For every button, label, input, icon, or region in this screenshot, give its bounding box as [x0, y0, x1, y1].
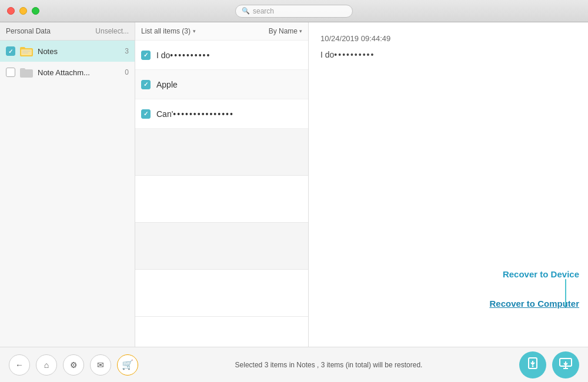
list-item-2-text: Apple — [156, 80, 302, 89]
search-container: 🔍 search — [235, 5, 353, 18]
recover-computer-line-2 — [565, 279, 566, 297]
maximize-button[interactable] — [32, 7, 39, 15]
notes-label: Notes — [38, 47, 120, 56]
cart-icon: 🛒 — [122, 359, 133, 370]
personal-data-label: Personal Data — [6, 27, 51, 35]
sort-button[interactable]: By Name ▾ — [269, 27, 302, 35]
recover-computer-icon — [559, 356, 573, 373]
notes-checkbox[interactable] — [6, 46, 15, 56]
notes-folder-icon — [20, 45, 33, 57]
list-all-button[interactable]: List all items (3) ▾ — [141, 27, 196, 35]
list-item-1[interactable]: I do•••••••••• — [135, 41, 308, 70]
cart-button[interactable]: 🛒 — [117, 354, 138, 376]
list-panel: List all items (3) ▾ By Name ▾ I do•••••… — [135, 22, 309, 347]
unselect-button[interactable]: Unselect... — [95, 27, 129, 35]
settings-icon: ⚙ — [70, 360, 78, 370]
home-button[interactable]: ⌂ — [36, 354, 57, 376]
detail-timestamp: 10/24/2019 09:44:49 — [320, 34, 576, 43]
empty-row-1 — [135, 129, 308, 176]
list-item-3[interactable]: Can'••••••••••••••• — [135, 99, 308, 129]
recover-computer-section: Recover to Computer — [489, 279, 579, 309]
list-all-caret: ▾ — [193, 28, 196, 34]
empty-row-3 — [135, 223, 308, 270]
list-item-2-checkbox[interactable] — [141, 80, 151, 89]
sidebar-item-notes[interactable]: Notes 3 — [0, 41, 135, 62]
list-item-2[interactable]: Apple — [135, 70, 308, 99]
note-attachments-count: 0 — [125, 68, 129, 76]
recover-to-device-button[interactable] — [519, 351, 546, 378]
back-icon: ← — [15, 360, 24, 370]
list-all-label: List all items (3) — [141, 27, 191, 35]
empty-row-4 — [135, 270, 308, 317]
status-text: Selected 3 items in Notes , 3 items (in … — [144, 361, 513, 369]
list-toolbar: List all items (3) ▾ By Name ▾ — [135, 22, 308, 41]
sidebar-item-note-attachments[interactable]: Note Attachm... 0 — [0, 62, 135, 83]
recover-computer-label[interactable]: Recover to Computer — [489, 299, 579, 309]
titlebar: 🔍 search — [0, 0, 588, 22]
list-item-3-checkbox[interactable] — [141, 109, 151, 119]
recover-to-computer-button[interactable] — [552, 351, 579, 378]
note-attachments-label: Note Attachm... — [38, 68, 120, 77]
svg-rect-6 — [20, 68, 25, 71]
detail-panel: 10/24/2019 09:44:49 I do•••••••••• Recov… — [309, 22, 588, 347]
recover-device-icon — [526, 356, 540, 373]
mail-button[interactable]: ✉ — [90, 354, 111, 376]
sidebar-header: Personal Data Unselect... — [0, 22, 135, 41]
close-button[interactable] — [7, 7, 15, 15]
traffic-lights — [7, 7, 39, 15]
sort-label: By Name — [269, 27, 298, 35]
detail-content: I do•••••••••• — [320, 50, 576, 59]
empty-row-2 — [135, 176, 308, 223]
minimize-button[interactable] — [19, 7, 27, 15]
back-button[interactable]: ← — [9, 354, 30, 376]
sort-caret: ▾ — [299, 28, 302, 34]
search-bar[interactable]: 🔍 search — [235, 5, 353, 18]
list-item-1-checkbox[interactable] — [141, 51, 151, 60]
settings-button[interactable]: ⚙ — [63, 354, 84, 376]
notes-count: 3 — [125, 47, 129, 55]
main-content: Personal Data Unselect... Notes 3 Note — [0, 22, 588, 347]
action-buttons — [519, 351, 579, 378]
list-item-3-text: Can'••••••••••••••• — [156, 109, 302, 119]
bottom-bar: ← ⌂ ⚙ ✉ 🛒 Selected 3 items in Notes , 3 … — [0, 347, 588, 382]
search-icon: 🔍 — [242, 7, 250, 15]
sidebar: Personal Data Unselect... Notes 3 Note — [0, 22, 135, 347]
home-icon: ⌂ — [44, 360, 49, 370]
note-attachments-folder-icon — [20, 66, 33, 78]
mail-icon: ✉ — [97, 360, 104, 370]
note-attachments-checkbox[interactable] — [6, 68, 15, 77]
recover-device-label[interactable]: Recover to Device — [503, 269, 579, 279]
svg-point-8 — [532, 366, 534, 367]
list-item-1-text: I do•••••••••• — [156, 51, 302, 60]
svg-rect-2 — [21, 49, 32, 55]
search-placeholder: search — [253, 7, 274, 15]
